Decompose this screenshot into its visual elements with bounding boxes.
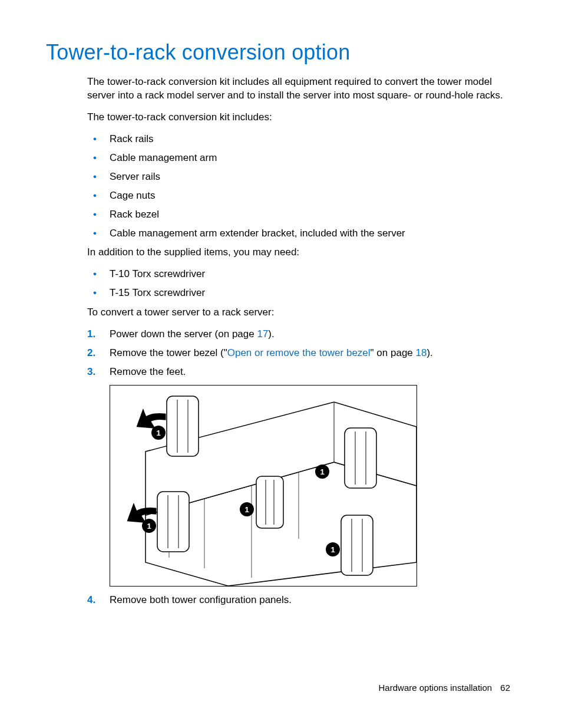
step-text: ). [268, 328, 274, 340]
page-link-17[interactable]: 17 [257, 328, 268, 340]
list-item: Server rails [87, 170, 510, 184]
step-text: Power down the server (on page [110, 328, 257, 340]
svg-rect-16 [345, 428, 376, 488]
step-2: Remove the tower bezel ("Open or remove … [87, 347, 510, 360]
list-item: Cage nuts [87, 189, 510, 203]
intro-paragraph-2: The tower-to-rack conversion kit include… [87, 111, 510, 124]
steps-list: Power down the server (on page 17). Remo… [87, 328, 510, 379]
step-1: Power down the server (on page 17). [87, 328, 510, 341]
footer-section: Hardware options installation [379, 683, 492, 693]
list-item: Cable management arm [87, 151, 510, 165]
list-item: T-15 Torx screwdriver [87, 286, 510, 300]
svg-rect-7 [167, 396, 199, 456]
figure-remove-feet: 1 1 1 1 1 [110, 385, 417, 587]
step-4: Remove both tower configuration panels. [87, 594, 510, 607]
svg-rect-13 [256, 476, 283, 528]
step-text: ). [427, 347, 432, 358]
svg-rect-19 [341, 515, 373, 575]
footer-page-number: 62 [500, 683, 510, 693]
svg-rect-10 [157, 492, 189, 552]
list-item: Rack bezel [87, 208, 510, 222]
intro-paragraph-1: The tower-to-rack conversion kit include… [87, 75, 510, 103]
page-title: Tower-to-rack conversion option [46, 40, 510, 65]
addition-paragraph: In addition to the supplied items, you m… [87, 246, 510, 259]
tools-list: T-10 Torx screwdriver T-15 Torx screwdri… [87, 268, 510, 300]
steps-list-continued: Remove both tower configuration panels. [87, 594, 510, 607]
step-3: Remove the feet. [87, 365, 510, 379]
svg-text:1: 1 [156, 429, 160, 437]
list-item: Rack rails [87, 133, 510, 146]
step-text: Remove the tower bezel (" [110, 347, 227, 358]
svg-text:1: 1 [330, 545, 335, 554]
list-item: T-10 Torx screwdriver [87, 268, 510, 281]
svg-text:1: 1 [244, 505, 249, 514]
svg-text:1: 1 [147, 522, 151, 531]
convert-paragraph: To convert a tower server to a rack serv… [87, 306, 510, 319]
page-footer: Hardware options installation 62 [379, 683, 510, 693]
cross-ref-link[interactable]: Open or remove the tower bezel [227, 347, 371, 358]
list-item: Cable management arm extender bracket, i… [87, 227, 510, 241]
kit-items-list: Rack rails Cable management arm Server r… [87, 133, 510, 241]
page-link-18[interactable]: 18 [416, 347, 427, 358]
svg-text:1: 1 [320, 467, 324, 476]
step-text: " on page [371, 347, 416, 358]
